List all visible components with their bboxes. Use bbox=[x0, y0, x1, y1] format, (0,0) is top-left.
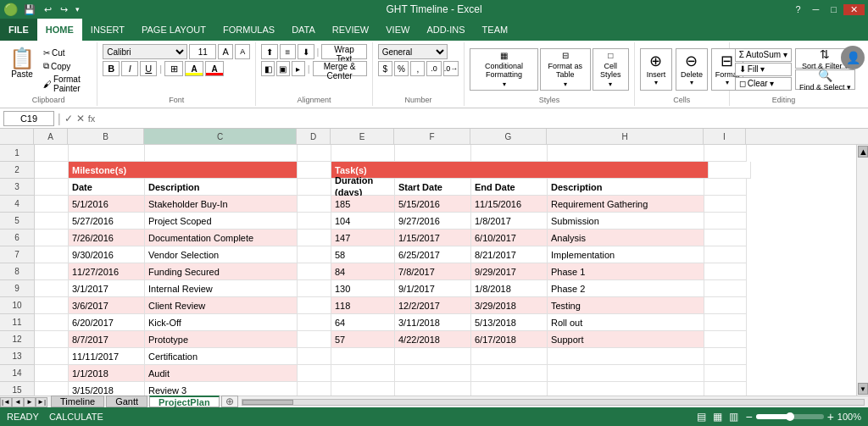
sheet-tab-timeline[interactable]: Timeline bbox=[51, 396, 104, 407]
cell-I11[interactable] bbox=[704, 314, 747, 331]
cell-E14[interactable] bbox=[331, 365, 395, 382]
col-header-G[interactable]: G bbox=[470, 129, 547, 144]
tab-page-layout[interactable]: PAGE LAYOUT bbox=[133, 19, 214, 41]
help-button[interactable]: ? bbox=[790, 4, 805, 15]
format-painter-button[interactable]: 🖌 Format Painter bbox=[41, 74, 92, 94]
align-top-button[interactable]: ⬆ bbox=[261, 44, 277, 59]
cell-H5[interactable]: Submission bbox=[548, 213, 704, 230]
align-right-button[interactable]: ▸ bbox=[292, 61, 305, 76]
cell-C14[interactable]: Audit bbox=[145, 365, 298, 382]
cell-D8[interactable] bbox=[298, 263, 331, 280]
tab-review[interactable]: REVIEW bbox=[324, 19, 377, 41]
cell-I7[interactable] bbox=[704, 246, 747, 263]
merge-center-button[interactable]: Merge & Center bbox=[313, 61, 367, 76]
h-scroll-thumb[interactable] bbox=[242, 400, 293, 405]
row-header-6[interactable]: 6 bbox=[0, 230, 34, 246]
cell-F12[interactable]: 4/22/2018 bbox=[395, 331, 471, 348]
row-header-2[interactable]: 2 bbox=[0, 162, 34, 179]
tab-addins[interactable]: ADD-INS bbox=[418, 19, 473, 41]
col-header-I[interactable]: I bbox=[704, 129, 746, 144]
cell-G15[interactable] bbox=[471, 382, 548, 396]
cell-D15[interactable] bbox=[298, 382, 331, 396]
cell-I10[interactable] bbox=[704, 297, 747, 314]
tab-home[interactable]: HOME bbox=[37, 19, 82, 41]
italic-button[interactable]: I bbox=[121, 61, 138, 76]
col-header-A[interactable]: A bbox=[34, 129, 68, 144]
cell-C3-desc-header[interactable]: Description bbox=[145, 179, 298, 196]
zoom-slider[interactable] bbox=[756, 414, 824, 419]
cell-F8[interactable]: 7/8/2017 bbox=[395, 263, 471, 280]
cell-D13[interactable] bbox=[298, 348, 331, 365]
row-header-10[interactable]: 10 bbox=[0, 297, 34, 314]
cell-B6[interactable]: 7/26/2016 bbox=[69, 230, 145, 246]
cell-A6[interactable] bbox=[35, 230, 69, 246]
cell-G5[interactable]: 1/8/2017 bbox=[471, 213, 548, 230]
cell-C7[interactable]: Vendor Selection bbox=[145, 246, 298, 263]
cell-E5[interactable]: 104 bbox=[331, 213, 395, 230]
cell-B1[interactable] bbox=[69, 145, 145, 162]
cell-D11[interactable] bbox=[298, 314, 331, 331]
copy-button[interactable]: ⧉ Copy bbox=[41, 60, 92, 72]
cell-H14[interactable] bbox=[548, 365, 704, 382]
cell-E1[interactable] bbox=[331, 145, 395, 162]
formula-input[interactable] bbox=[98, 113, 865, 124]
increase-font-button[interactable]: A bbox=[218, 44, 233, 59]
scroll-first-button[interactable]: |◄ bbox=[0, 397, 12, 407]
cell-E15[interactable] bbox=[331, 382, 395, 396]
formula-cancel-icon[interactable]: ✕ bbox=[76, 113, 85, 124]
cell-G12[interactable]: 6/17/2018 bbox=[471, 331, 548, 348]
row-header-7[interactable]: 7 bbox=[0, 246, 34, 263]
cell-I3[interactable] bbox=[704, 179, 747, 196]
decrease-font-button[interactable]: A bbox=[235, 44, 250, 59]
cell-C9[interactable]: Internal Review bbox=[145, 280, 298, 297]
cell-C10[interactable]: Client Review bbox=[145, 297, 298, 314]
row-header-3[interactable]: 3 bbox=[0, 179, 34, 196]
cell-G14[interactable] bbox=[471, 365, 548, 382]
bold-button[interactable]: B bbox=[103, 61, 120, 76]
col-header-B[interactable]: B bbox=[68, 129, 144, 144]
cell-A10[interactable] bbox=[35, 297, 69, 314]
cell-I15[interactable] bbox=[704, 382, 747, 396]
col-header-C[interactable]: C bbox=[144, 129, 297, 144]
tab-data[interactable]: DATA bbox=[283, 19, 324, 41]
cell-H3-desc-header[interactable]: Description bbox=[548, 179, 704, 196]
col-header-E[interactable]: E bbox=[331, 129, 394, 144]
cell-reference-input[interactable] bbox=[3, 111, 54, 126]
align-left-button[interactable]: ◧ bbox=[261, 61, 275, 76]
cell-B12[interactable]: 8/7/2017 bbox=[69, 331, 145, 348]
zoom-slider-thumb[interactable] bbox=[786, 412, 794, 421]
cell-C13[interactable]: Certification bbox=[145, 348, 298, 365]
cell-E7[interactable]: 58 bbox=[331, 246, 395, 263]
cell-H8[interactable]: Phase 1 bbox=[548, 263, 704, 280]
col-header-H[interactable]: H bbox=[547, 129, 704, 144]
cell-A8[interactable] bbox=[35, 263, 69, 280]
format-as-table-button[interactable]: ⊟ Format as Table ▾ bbox=[540, 48, 591, 91]
align-center-button[interactable]: ▣ bbox=[276, 61, 290, 76]
tab-view[interactable]: VIEW bbox=[377, 19, 418, 41]
cell-D14[interactable] bbox=[298, 365, 331, 382]
underline-button[interactable]: U bbox=[140, 61, 157, 76]
close-button[interactable]: ✕ bbox=[843, 4, 865, 15]
sheet-tab-projectplan[interactable]: ProjectPlan bbox=[149, 396, 220, 407]
cell-I5[interactable] bbox=[704, 213, 747, 230]
cell-B2-milestone-header[interactable]: Milestone(s) bbox=[69, 162, 298, 179]
cell-D9[interactable] bbox=[298, 280, 331, 297]
tab-insert[interactable]: INSERT bbox=[82, 19, 133, 41]
align-middle-button[interactable]: ≡ bbox=[280, 44, 296, 59]
row-header-4[interactable]: 4 bbox=[0, 196, 34, 213]
row-header-11[interactable]: 11 bbox=[0, 314, 34, 331]
cell-B11[interactable]: 6/20/2017 bbox=[69, 314, 145, 331]
cell-G8[interactable]: 9/29/2017 bbox=[471, 263, 548, 280]
cell-D2[interactable] bbox=[298, 162, 331, 179]
sheet-tab-gantt[interactable]: Gantt bbox=[106, 396, 147, 407]
view-page-break-button[interactable]: ▥ bbox=[729, 411, 738, 423]
col-header-F[interactable]: F bbox=[394, 129, 470, 144]
cell-D4[interactable] bbox=[298, 196, 331, 213]
cell-F14[interactable] bbox=[395, 365, 471, 382]
minimize-button[interactable]: ─ bbox=[808, 4, 825, 15]
cell-A15[interactable] bbox=[35, 382, 69, 396]
cell-A5[interactable] bbox=[35, 213, 69, 230]
formula-check-icon[interactable]: ✓ bbox=[64, 113, 73, 124]
cell-F11[interactable]: 3/11/2018 bbox=[395, 314, 471, 331]
cell-B5[interactable]: 5/27/2016 bbox=[69, 213, 145, 230]
